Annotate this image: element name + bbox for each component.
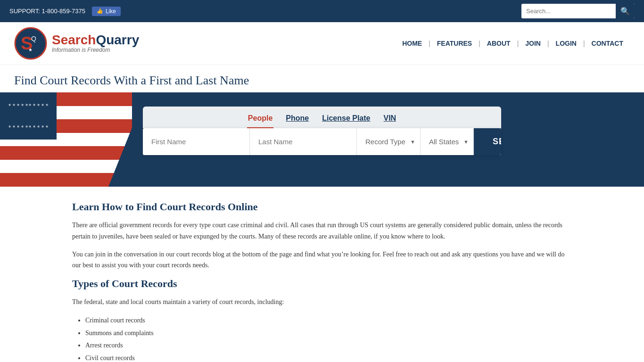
search-widget: People Phone License Plate VIN Record Ty… xyxy=(143,107,501,155)
nav-login[interactable]: LOGIN xyxy=(549,40,583,47)
all-states-wrapper[interactable]: All States ▼ xyxy=(421,128,474,155)
search-form: Record Type ▼ All States ▼ SEARCH xyxy=(143,128,501,155)
list-item: Arrest records xyxy=(85,339,572,352)
section1-heading: Learn How to Find Court Records Online xyxy=(72,201,572,213)
list-item: Summons and complaints xyxy=(85,327,572,340)
section1-p1: There are official government records fo… xyxy=(72,220,572,242)
flag-canton: ★ ★ ★ ★ ★ ★ ★ ★ ★ ★ ★ ★ ★ ★ ★ ★ ★ ★ ★ ★ xyxy=(0,92,57,140)
hero-banner: ★ ★ ★ ★ ★ ★ ★ ★ ★ ★ ★ ★ ★ ★ ★ ★ ★ ★ ★ ★ … xyxy=(0,92,644,187)
nav-about[interactable]: ABOUT xyxy=(480,40,517,47)
logo-name: SearchQuarry xyxy=(52,33,139,47)
top-search-button[interactable]: 🔍 xyxy=(616,4,635,18)
section2-heading: Types of Court Records xyxy=(72,278,572,290)
logo-tagline: Information is Freedom xyxy=(52,47,139,53)
logo: S Q ★ SearchQuarry Information is Freedo… xyxy=(14,27,139,60)
svg-text:Q: Q xyxy=(31,35,36,42)
main-nav: HOME | FEATURES | ABOUT | JOIN | LOGIN |… xyxy=(396,40,630,47)
list-item: Criminal court records xyxy=(85,314,572,327)
first-name-input[interactable] xyxy=(143,128,250,155)
fb-like-button[interactable]: Like xyxy=(92,7,121,16)
header: S Q ★ SearchQuarry Information is Freedo… xyxy=(0,22,644,65)
nav-contact[interactable]: CONTACT xyxy=(585,40,630,47)
page-title-area: Find Court Records With a First and Last… xyxy=(0,65,644,92)
list-item: Civil court records xyxy=(85,352,572,362)
section2-intro: The federal, state and local courts main… xyxy=(72,296,572,308)
record-type-select[interactable]: Record Type xyxy=(357,129,420,154)
tab-people[interactable]: People xyxy=(247,112,273,128)
svg-text:★: ★ xyxy=(28,47,33,52)
top-bar: SUPPORT: 1-800-859-7375 Like 🔍 xyxy=(0,0,644,22)
top-search-input[interactable] xyxy=(521,5,616,17)
page-title: Find Court Records With a First and Last… xyxy=(14,74,630,88)
top-bar-left: SUPPORT: 1-800-859-7375 Like xyxy=(9,7,121,16)
nav-features[interactable]: FEATURES xyxy=(430,40,479,47)
flag-decoration: ★ ★ ★ ★ ★ ★ ★ ★ ★ ★ ★ ★ ★ ★ ★ ★ ★ ★ ★ ★ xyxy=(0,92,132,187)
tab-vin[interactable]: VIN xyxy=(382,112,397,128)
record-type-wrapper[interactable]: Record Type ▼ xyxy=(357,128,421,155)
court-records-list: Criminal court recordsSummons and compla… xyxy=(85,314,572,362)
content-area: Learn How to Find Court Records Online T… xyxy=(58,187,586,362)
tab-license-plate[interactable]: License Plate xyxy=(321,112,371,128)
state-select[interactable]: All States xyxy=(421,129,473,154)
tab-phone[interactable]: Phone xyxy=(285,112,310,128)
logo-text: SearchQuarry Information is Freedom xyxy=(52,33,139,53)
nav-home[interactable]: HOME xyxy=(396,40,429,47)
search-button[interactable]: SEARCH xyxy=(474,128,501,155)
last-name-input[interactable] xyxy=(250,128,357,155)
nav-join[interactable]: JOIN xyxy=(519,40,547,47)
support-text: SUPPORT: 1-800-859-7375 xyxy=(9,8,85,15)
search-tabs: People Phone License Plate VIN xyxy=(143,107,501,128)
logo-icon: S Q ★ xyxy=(14,27,47,60)
section1-p2: You can join in the conversation in our … xyxy=(72,249,572,272)
top-search-bar[interactable]: 🔍 xyxy=(521,4,635,18)
